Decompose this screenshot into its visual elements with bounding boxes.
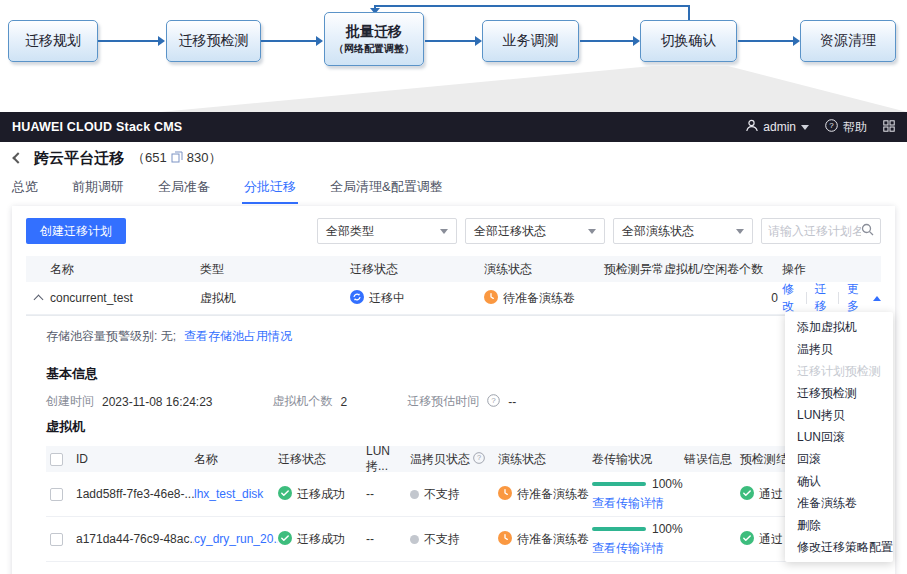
user-name: admin — [763, 120, 796, 134]
search-icon[interactable] — [861, 222, 874, 240]
flow-arrow-line — [580, 40, 633, 42]
column-header-operation: 操作 — [782, 261, 881, 278]
gray-dot-icon — [410, 490, 419, 499]
plan-drill-status-text: 待准备演练卷 — [503, 290, 575, 307]
vm-warm-copy-status: 不支持 — [410, 486, 498, 503]
back-button[interactable] — [12, 152, 23, 163]
drill-status-filter-select[interactable]: 全部演练状态 — [613, 218, 753, 244]
help-circle-icon[interactable]: ? — [487, 394, 500, 410]
sync-circle-icon — [350, 290, 364, 307]
tab-overview[interactable]: 总览 — [10, 174, 40, 204]
menu-item-rollback[interactable]: 回滚 — [785, 448, 893, 470]
plan-search-box — [761, 218, 881, 244]
field-value: 2023-11-08 16:24:23 — [102, 395, 213, 409]
menu-item-modify-migration-policy[interactable]: 修改迁移策略配置 — [785, 536, 893, 558]
tab-global-cleanup[interactable]: 全局清理&配置调整 — [328, 174, 445, 204]
check-circle-icon — [278, 531, 292, 548]
column-header-migration-status: 迁移状态 — [350, 261, 484, 278]
action-divider — [806, 292, 807, 304]
column-header-abnormal-count: 预检测异常虚拟机/空闲卷个数 — [604, 261, 782, 278]
menu-item-lun-copy[interactable]: LUN拷贝 — [785, 404, 893, 426]
flow-arrowhead-icon — [475, 36, 482, 46]
breadcrumb: 跨云平台迁移 （651 830） — [0, 142, 907, 174]
tab-global-preparation[interactable]: 全局准备 — [156, 174, 212, 204]
loopback-line-horizontal — [374, 5, 689, 7]
more-actions-menu: 添加虚拟机 温拷贝 迁移计划预检测 迁移预检测 LUN拷贝 LUN回滚 回滚 确… — [785, 312, 893, 562]
flow-arrowhead-icon — [633, 36, 640, 46]
migration-counts: （651 830） — [132, 149, 221, 167]
migrate-count-icon — [171, 151, 183, 166]
menu-item-prepare-drill-volume[interactable]: 准备演练卷 — [785, 492, 893, 514]
menu-item-confirm[interactable]: 确认 — [785, 470, 893, 492]
flow-arrow-line — [98, 40, 158, 42]
count-right: 830） — [187, 149, 222, 167]
column-header-volume-transfer: 卷传输状况 — [592, 451, 684, 468]
menu-item-warm-copy[interactable]: 温拷贝 — [785, 338, 893, 360]
more-action-link[interactable]: 更多 — [847, 281, 863, 315]
view-transfer-details-link[interactable]: 查看传输详情 — [592, 495, 684, 512]
flow-arrowhead-icon — [316, 36, 323, 46]
type-filter-value: 全部类型 — [326, 223, 374, 240]
vm-name-link[interactable]: lhx_test_disk — [194, 487, 263, 501]
svg-text:?: ? — [492, 396, 497, 405]
chevron-down-icon — [801, 125, 809, 130]
help-circle-icon[interactable]: ? — [473, 452, 485, 467]
apps-icon[interactable] — [883, 120, 895, 135]
migration-status-filter-select[interactable]: 全部迁移状态 — [465, 218, 605, 244]
plan-migration-status: 迁移中 — [350, 290, 484, 307]
vm-warm-copy-status: 不支持 — [410, 531, 498, 548]
clock-circle-icon — [484, 290, 498, 307]
plan-name: concurrent_test — [50, 291, 200, 305]
vm-precheck-text: 通过 — [759, 531, 783, 548]
type-filter-select[interactable]: 全部类型 — [317, 218, 457, 244]
select-all-checkbox[interactable] — [50, 453, 63, 466]
view-storage-pool-link[interactable]: 查看存储池占用情况 — [184, 328, 292, 345]
help-label: 帮助 — [843, 119, 867, 136]
count-left: （651 — [132, 149, 167, 167]
check-circle-icon — [278, 486, 292, 503]
plan-toolbar: 创建迁移计划 全部类型 全部迁移状态 全部演练状态 — [26, 218, 881, 244]
user-icon — [745, 119, 758, 135]
menu-item-add-vm[interactable]: 添加虚拟机 — [785, 316, 893, 338]
column-header-vm-drill-status: 演练状态 — [498, 451, 592, 468]
screenshot-root: 迁移规划 迁移预检测 批量迁移 （网络配置调整） 业务调测 切换确认 资源清理 — [0, 0, 907, 574]
vm-table-row: 1add58ff-7fe3-46e8-... lhx_test_disk 迁移成… — [46, 472, 816, 517]
vm-name-link[interactable]: cy_dry_run_20... — [194, 532, 278, 546]
user-menu[interactable]: admin — [745, 119, 809, 135]
flow-arrow-line — [425, 40, 475, 42]
flow-arrowhead-icon — [793, 36, 800, 46]
flow-step-migration-planning: 迁移规划 — [8, 20, 98, 62]
flow-step-label: 切换确认 — [661, 32, 717, 50]
field-value: 2 — [341, 395, 348, 409]
menu-item-migration-precheck[interactable]: 迁移预检测 — [785, 382, 893, 404]
warm-copy-header-text: 温拷贝状态 — [410, 451, 470, 468]
flow-arrow-line — [261, 40, 316, 42]
modify-action-link[interactable]: 修改 — [782, 281, 798, 315]
row-checkbox[interactable] — [50, 488, 63, 501]
menu-item-lun-rollback[interactable]: LUN回滚 — [785, 426, 893, 448]
collapse-row-icon[interactable] — [33, 295, 43, 305]
svg-text:?: ? — [829, 121, 834, 130]
action-divider — [838, 292, 839, 304]
vm-warm-copy-text: 不支持 — [424, 531, 460, 548]
menu-item-delete[interactable]: 删除 — [785, 514, 893, 536]
migrate-action-link[interactable]: 迁移 — [815, 281, 831, 315]
tab-batch-migration[interactable]: 分批迁移 — [242, 174, 298, 204]
storage-warning-line: 存储池容量预警级别: 无; 查看存储池占用情况 — [26, 316, 881, 357]
column-header-warm-copy: 温拷贝状态 ? — [410, 451, 498, 468]
vm-volume-transfer: 100% 查看传输详情 — [592, 522, 684, 557]
clock-circle-icon — [498, 486, 512, 503]
column-header-vm-migration-status: 迁移状态 — [278, 451, 366, 468]
vm-id: a171da44-76c9-48ac... — [76, 532, 194, 546]
view-transfer-details-link[interactable]: 查看传输详情 — [592, 540, 684, 557]
create-migration-plan-button[interactable]: 创建迁移计划 — [26, 218, 126, 244]
help-menu[interactable]: ? 帮助 — [825, 119, 867, 136]
main-panel: 创建迁移计划 全部类型 全部迁移状态 全部演练状态 名称 类型 — [12, 206, 895, 574]
check-circle-icon — [740, 486, 754, 503]
tab-preliminary-research[interactable]: 前期调研 — [70, 174, 126, 204]
row-checkbox[interactable] — [50, 533, 63, 546]
flow-step-batch-migration: 批量迁移 （网络配置调整） — [324, 12, 424, 66]
clock-circle-icon — [498, 531, 512, 548]
column-header-error: 错误信息 — [684, 451, 740, 468]
plan-search-input[interactable] — [768, 224, 861, 238]
